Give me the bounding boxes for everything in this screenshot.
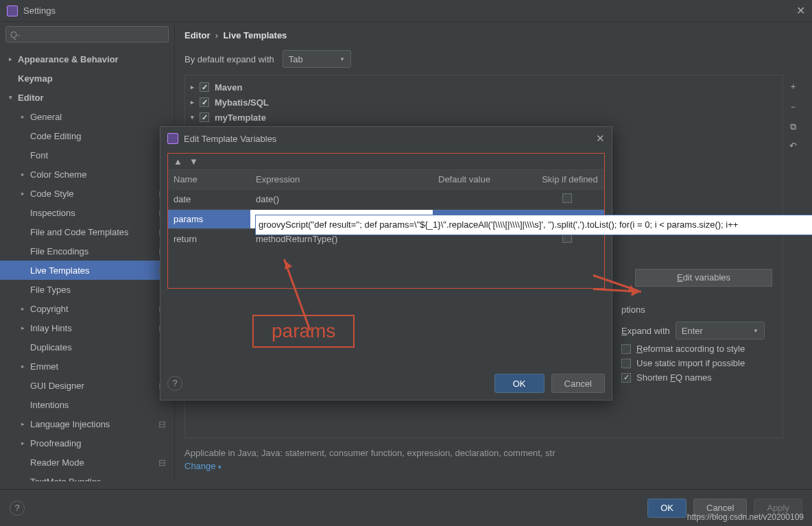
reformat-label: Reformat according to style — [636, 344, 745, 354]
tree-item[interactable]: ▸Copyright⊟ — [0, 299, 174, 318]
add-icon[interactable]: ＋ — [789, 80, 798, 93]
options-label: ptions — [621, 304, 800, 315]
tree-item[interactable]: ▸Language Injections⊟ — [0, 414, 174, 433]
template-group[interactable]: ▸Mybatis/SQL — [185, 95, 783, 110]
gear-icon: ⊟ — [158, 457, 166, 468]
breadcrumb: Editor › Live Templates — [184, 30, 802, 40]
watermark: https://blog.csdn.net/v20200109 — [687, 512, 804, 522]
tree-item[interactable]: File Types — [0, 280, 174, 299]
group-checkbox[interactable] — [200, 82, 209, 92]
col-name: Name — [168, 170, 250, 189]
ok-button[interactable]: OK — [647, 499, 686, 518]
tree-item[interactable]: ▸Code Style⊟ — [0, 184, 174, 203]
tree-item[interactable]: TextMate Bundles — [0, 472, 174, 481]
expand-label: By default expand with — [184, 54, 274, 64]
col-expression: Expression — [250, 170, 433, 189]
variables-table[interactable]: Name Expression Default value Skip if de… — [168, 169, 604, 249]
remove-icon[interactable]: － — [789, 101, 798, 113]
table-row[interactable]: datedate() — [168, 189, 604, 210]
app-logo-icon — [7, 5, 18, 16]
settings-tree[interactable]: ▸Appearance & BehaviorKeymap▾Editor▸Gene… — [0, 47, 174, 481]
static-import-checkbox[interactable] — [621, 359, 631, 368]
shorten-label: Shorten FQ names — [636, 372, 712, 383]
template-group[interactable]: ▸Maven — [185, 80, 783, 95]
tree-item[interactable]: Reader Mode⊟ — [0, 453, 174, 472]
tree-item[interactable]: Keymap — [0, 69, 174, 88]
chevron-down-icon: ▼ — [753, 328, 759, 334]
tree-item[interactable]: ▸Proofreading — [0, 433, 174, 453]
tree-item[interactable]: ▾Editor — [0, 88, 174, 107]
tree-item[interactable]: ▸Color Scheme — [0, 165, 174, 184]
dialog-title: Edit Template Variables — [184, 134, 276, 144]
tree-item[interactable]: Inspections⊟ — [0, 203, 174, 222]
chevron-down-icon: ▼ — [339, 56, 345, 62]
revert-icon[interactable]: ↶ — [789, 141, 797, 151]
expand-with-combo[interactable]: Enter▼ — [676, 322, 765, 339]
change-link[interactable]: Change ▾ — [184, 461, 222, 471]
shorten-checkbox[interactable] — [621, 373, 631, 383]
expand-with-label: Expand with — [621, 326, 670, 336]
template-group[interactable]: ▾myTemplate — [185, 110, 783, 125]
tree-item[interactable]: File and Code Templates⊟ — [0, 222, 174, 241]
col-default: Default value — [433, 170, 536, 189]
copy-icon[interactable]: ⧉ — [790, 121, 796, 132]
edit-variables-button[interactable]: Edit variables — [635, 269, 772, 287]
col-skip: Skip if defined — [536, 170, 604, 189]
help-icon[interactable]: ? — [10, 501, 25, 516]
dialog-close-icon[interactable]: ✕ — [596, 132, 605, 145]
edit-template-variables-dialog: Edit Template Variables ✕ ▲▼ Name Expres… — [160, 126, 612, 401]
search-input[interactable]: Q- — [5, 26, 169, 43]
dialog-help-icon[interactable]: ? — [167, 376, 182, 391]
expand-combo[interactable]: Tab▼ — [283, 50, 351, 68]
tree-item[interactable]: ▸Inlay Hints⊟ — [0, 318, 174, 337]
tree-item[interactable]: Intentions — [0, 395, 174, 414]
dialog-cancel-button[interactable]: Cancel — [551, 374, 605, 393]
move-up-icon[interactable]: ▲ — [174, 156, 182, 167]
group-checkbox[interactable] — [200, 97, 209, 107]
tree-item[interactable]: File Encodings⊟ — [0, 241, 174, 261]
tree-item[interactable]: ▸Emmet — [0, 357, 174, 376]
tree-item[interactable]: GUI Designer⊟ — [0, 376, 174, 395]
close-icon[interactable]: ✕ — [796, 4, 805, 17]
reformat-checkbox[interactable] — [621, 344, 631, 354]
static-import-label: Use static import if possible — [636, 358, 745, 368]
move-down-icon[interactable]: ▼ — [189, 156, 198, 167]
dialog-ok-button[interactable]: OK — [494, 374, 545, 393]
tree-item[interactable]: ▸General — [0, 107, 174, 126]
group-checkbox[interactable] — [200, 112, 209, 122]
app-logo-icon — [167, 133, 178, 144]
gear-icon: ⊟ — [158, 419, 166, 429]
applicable-text: Applicable in Java; Java: statement, con… — [184, 448, 802, 458]
tree-item[interactable]: Font — [0, 145, 174, 165]
tree-item[interactable]: ▸Appearance & Behavior — [0, 49, 174, 69]
annotation-callout: params — [252, 315, 355, 348]
skip-checkbox[interactable] — [562, 193, 572, 203]
tree-item[interactable]: Code Editing — [0, 126, 174, 145]
tree-item[interactable]: Duplicates — [0, 337, 174, 357]
tree-item[interactable]: Live Templates⊟ — [0, 261, 174, 280]
window-title: Settings — [23, 5, 56, 16]
expression-editor[interactable]: groovyScript("def result=''; def params=… — [255, 215, 812, 235]
